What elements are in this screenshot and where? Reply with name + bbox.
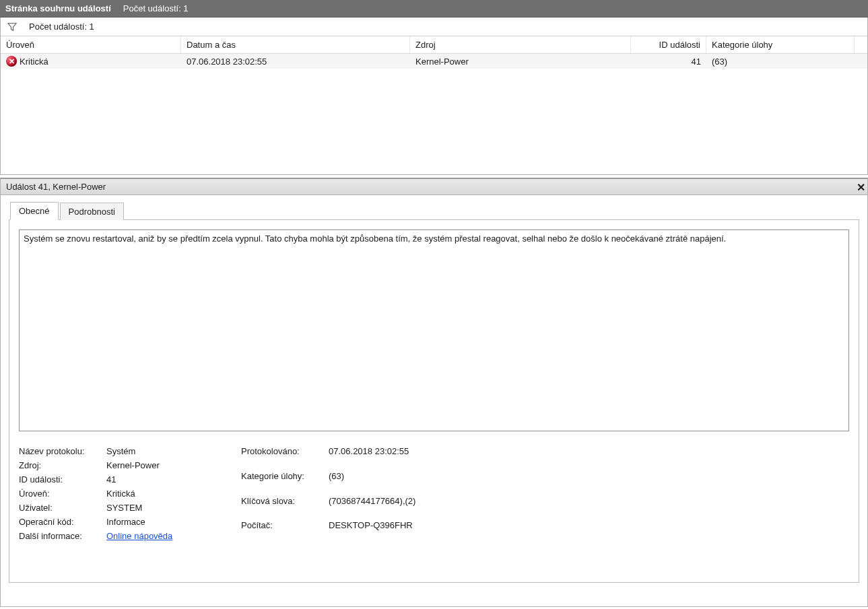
tab-general[interactable]: Obecné [10,202,59,220]
event-description[interactable]: Systém se znovu restartoval, aniž by se … [19,229,849,431]
value-log-name: Systém [106,446,241,456]
filter-count-label: Počet událostí: 1 [29,22,94,32]
filter-row: Počet událostí: 1 [1,17,867,36]
label-source: Zdroj: [19,460,105,470]
events-grid[interactable]: Úroveň Datum a čas Zdroj ID události Kat… [1,36,867,174]
table-row[interactable]: ✕ Kritická 07.06.2018 23:02:55 Kernel-Po… [1,54,867,69]
detail-body: Obecné Podrobnosti Systém se znovu resta… [0,195,868,607]
label-logged: Protokolováno: [241,446,327,456]
link-online-help[interactable]: Online nápověda [106,531,241,541]
label-user: Uživatel: [19,503,105,513]
col-header-source[interactable]: Zdroj [410,36,631,53]
value-event-id: 41 [106,474,241,485]
label-computer: Počítač: [241,520,327,530]
filter-icon[interactable] [7,22,17,32]
close-icon[interactable]: ✕ [854,180,867,194]
value-user: SYSTEM [106,503,241,513]
critical-icon: ✕ [6,56,17,67]
cell-category: (63) [706,54,855,69]
detail-header: Událost 41, Kernel-Power ✕ [0,178,868,195]
detail-header-title: Událost 41, Kernel-Power [6,182,106,192]
label-more-info: Další informace: [19,531,105,541]
label-level: Úroveň: [19,489,105,499]
detail-tabs: Obecné Podrobnosti [5,199,863,219]
cell-eventid: 41 [631,54,706,69]
value-task-category: (63) [329,471,415,481]
label-keywords: Klíčová slova: [241,496,327,506]
titlebar-title: Stránka souhrnu událostí [5,3,111,13]
col-header-datetime[interactable]: Datum a čas [181,36,410,53]
events-panel: Počet událostí: 1 Úroveň Datum a čas Zdr… [0,17,868,175]
event-metadata: Název protokolu: Systém Zdroj: Kernel-Po… [19,446,849,541]
value-logged: 07.06.2018 23:02:55 [329,446,415,456]
col-header-category[interactable]: Kategorie úlohy [706,36,855,53]
cell-level-text: Kritická [20,57,48,67]
label-event-id: ID události: [19,474,105,485]
tab-details[interactable]: Podrobnosti [60,203,124,220]
titlebar-count: Počet událostí: 1 [123,3,189,13]
window-titlebar: Stránka souhrnu událostí Počet událostí:… [0,0,868,17]
value-opcode: Informace [106,517,241,527]
label-task-category: Kategorie úlohy: [241,471,327,481]
value-keywords: (70368744177664),(2) [329,496,415,506]
value-source: Kernel-Power [106,460,241,470]
value-computer: DESKTOP-Q396FHR [329,520,415,530]
col-header-eventid[interactable]: ID události [631,36,706,53]
cell-datetime: 07.06.2018 23:02:55 [181,54,410,69]
tab-general-content: Systém se znovu restartoval, aniž by se … [9,219,859,583]
label-opcode: Operační kód: [19,517,105,527]
label-log-name: Název protokolu: [19,446,105,456]
grid-header: Úroveň Datum a čas Zdroj ID události Kat… [1,36,867,54]
col-header-level[interactable]: Úroveň [1,36,181,53]
value-level: Kritická [106,489,241,499]
cell-source: Kernel-Power [410,54,631,69]
cell-level: ✕ Kritická [1,54,181,69]
